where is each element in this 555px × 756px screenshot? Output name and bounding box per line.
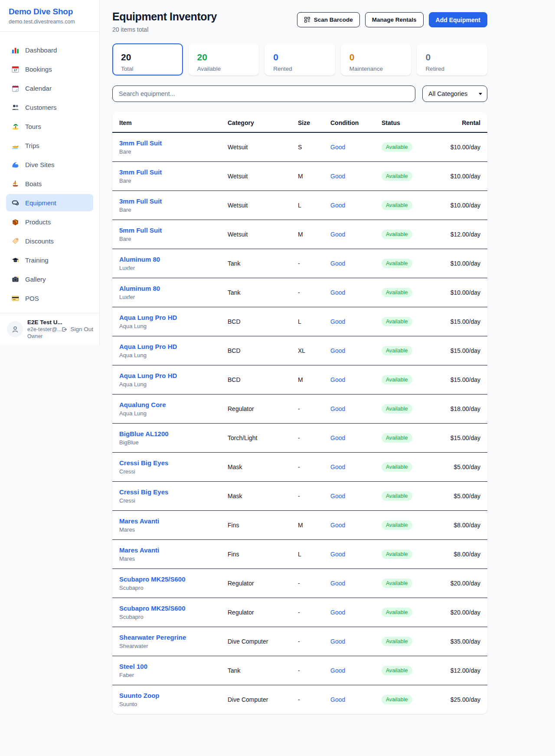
item-link[interactable]: 3mm Full Suit — [119, 197, 162, 205]
item-link[interactable]: Scubapro MK25/S600 — [119, 605, 186, 612]
scan-barcode-label: Scan Barcode — [314, 16, 353, 23]
item-category: Mask — [228, 453, 298, 482]
stat-value: 0 — [425, 53, 479, 62]
condition-link[interactable]: Good — [330, 638, 345, 645]
item-link[interactable]: Aqua Lung Pro HD — [119, 343, 177, 350]
item-link[interactable]: 3mm Full Suit — [119, 139, 162, 147]
sidebar-item-label: Equipment — [25, 199, 56, 206]
manage-rentals-button[interactable]: Manage Rentals — [365, 12, 424, 27]
condition-link[interactable]: Good — [330, 231, 345, 238]
avatar — [7, 321, 23, 337]
add-equipment-label: Add Equipment — [436, 16, 480, 23]
condition-link[interactable]: Good — [330, 347, 345, 354]
item-category: Wetsuit — [228, 132, 298, 162]
item-brand: Bare — [119, 148, 228, 155]
scan-barcode-button[interactable]: Scan Barcode — [297, 12, 360, 27]
sidebar-item-training[interactable]: Training — [6, 251, 93, 269]
condition-link[interactable]: Good — [330, 376, 345, 383]
item-rental: $35.00/day — [442, 627, 487, 656]
sidebar-item-equipment[interactable]: Equipment — [6, 194, 93, 211]
condition-link[interactable]: Good — [330, 202, 345, 209]
table-row: Mares AvantiMaresFinsLGoodAvailable$8.00… — [112, 540, 487, 569]
item-brand: Bare — [119, 236, 228, 242]
sidebar-item-pos[interactable]: POS — [6, 289, 93, 307]
condition-link[interactable]: Good — [330, 463, 345, 470]
sidebar-item-trips[interactable]: Trips — [6, 137, 93, 154]
add-equipment-button[interactable]: Add Equipment — [429, 12, 487, 27]
condition-link[interactable]: Good — [330, 667, 345, 674]
condition-link[interactable]: Good — [330, 551, 345, 558]
stat-card-total[interactable]: 20Total — [112, 43, 183, 76]
brand-title[interactable]: Demo Dive Shop — [9, 7, 91, 16]
sidebar: Demo Dive Shop demo.test.divestreams.com… — [0, 0, 100, 345]
table-row: 3mm Full SuitBareWetsuitSGoodAvailable$1… — [112, 132, 487, 162]
condition-link[interactable]: Good — [330, 522, 345, 529]
item-category: Regulator — [228, 569, 298, 598]
item-link[interactable]: Scubapro MK25/S600 — [119, 575, 186, 583]
item-rental: $10.00/day — [442, 249, 487, 278]
item-rental: $12.00/day — [442, 220, 487, 249]
item-category: Fins — [228, 511, 298, 540]
sidebar-item-bookings[interactable]: 17Bookings — [6, 60, 93, 78]
condition-link[interactable]: Good — [330, 609, 345, 616]
item-link[interactable]: Aluminum 80 — [119, 256, 160, 263]
stat-card-rented[interactable]: 0Rented — [264, 43, 335, 76]
condition-link[interactable]: Good — [330, 434, 345, 441]
sidebar-item-boats[interactable]: Boats — [6, 175, 93, 192]
sidebar-item-calendar[interactable]: Calendar — [6, 79, 93, 97]
table-row: Aqua Lung Pro HDAqua LungBCDLGoodAvailab… — [112, 307, 487, 336]
sidebar-item-customers[interactable]: Customers — [6, 99, 93, 116]
item-link[interactable]: Aqua Lung Pro HD — [119, 372, 177, 379]
condition-link[interactable]: Good — [330, 318, 345, 325]
sidebar-item-label: Dashboard — [25, 46, 57, 53]
sign-out-button[interactable]: Sign Out — [61, 326, 93, 333]
status-badge: Available — [382, 520, 412, 530]
stat-card-maintenance[interactable]: 0Maintenance — [341, 43, 411, 76]
item-link[interactable]: Aluminum 80 — [119, 285, 160, 292]
condition-link[interactable]: Good — [330, 260, 345, 267]
stat-label: Retired — [425, 66, 479, 72]
condition-link[interactable]: Good — [330, 173, 345, 180]
item-link[interactable]: BigBlue AL1200 — [119, 430, 169, 437]
status-badge: Available — [382, 462, 412, 472]
category-select[interactable]: All Categories — [422, 85, 487, 102]
search-input[interactable] — [112, 85, 415, 102]
item-link[interactable]: Aqualung Core — [119, 401, 166, 408]
item-link[interactable]: Mares Avanti — [119, 517, 159, 525]
condition-link[interactable]: Good — [330, 289, 345, 296]
stat-card-available[interactable]: 20Available — [189, 43, 259, 76]
condition-link[interactable]: Good — [330, 493, 345, 500]
item-link[interactable]: Mares Avanti — [119, 546, 159, 554]
sidebar-item-discounts[interactable]: Discounts — [6, 232, 93, 250]
item-rental: $15.00/day — [442, 336, 487, 365]
item-link[interactable]: 5mm Full Suit — [119, 227, 162, 234]
item-link[interactable]: Aqua Lung Pro HD — [119, 314, 177, 321]
condition-link[interactable]: Good — [330, 580, 345, 587]
sidebar-item-tours[interactable]: Tours — [6, 118, 93, 135]
item-link[interactable]: Shearwater Peregrine — [119, 634, 186, 641]
item-category: BCD — [228, 365, 298, 394]
item-link[interactable]: Cressi Big Eyes — [119, 488, 168, 496]
item-link[interactable]: 3mm Full Suit — [119, 168, 162, 176]
item-brand: Aqua Lung — [119, 323, 228, 329]
user-email: e2e-tester@... — [27, 326, 56, 332]
column-header-category: Category — [228, 112, 298, 132]
sidebar-item-dive-sites[interactable]: Dive Sites — [6, 156, 93, 173]
stat-card-retired[interactable]: 0Retired — [417, 43, 487, 76]
table-row: Aqua Lung Pro HDAqua LungBCDMGoodAvailab… — [112, 365, 487, 394]
sidebar-item-dashboard[interactable]: Dashboard — [6, 41, 93, 59]
sidebar-item-products[interactable]: Products — [6, 213, 93, 230]
condition-link[interactable]: Good — [330, 405, 345, 412]
item-link[interactable]: Suunto Zoop — [119, 692, 159, 699]
sidebar-item-label: Dive Sites — [25, 161, 55, 168]
item-link[interactable]: Steel 100 — [119, 663, 147, 670]
item-link[interactable]: Cressi Big Eyes — [119, 459, 168, 467]
sidebar-item-gallery[interactable]: Gallery — [6, 270, 93, 288]
condition-link[interactable]: Good — [330, 144, 345, 151]
discounts-icon — [11, 237, 20, 245]
item-rental: $10.00/day — [442, 132, 487, 162]
item-brand: Faber — [119, 672, 228, 678]
condition-link[interactable]: Good — [330, 696, 345, 703]
item-brand: Mares — [119, 555, 228, 562]
stat-label: Rented — [273, 66, 326, 72]
